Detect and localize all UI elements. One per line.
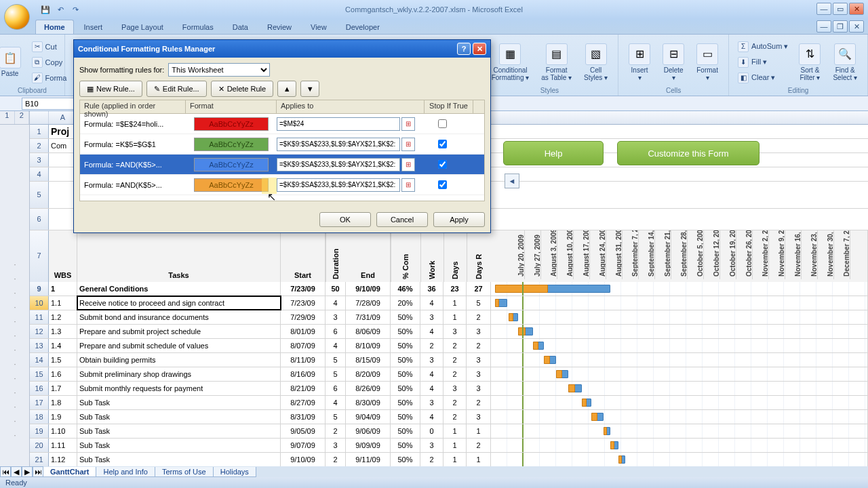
apply-button[interactable]: Apply [433, 212, 485, 227]
delete-icon: ⊟ [663, 43, 684, 65]
range-selector-button[interactable]: ⊞ [401, 178, 415, 192]
show-rules-select[interactable]: This Worksheet [168, 63, 270, 77]
dialog-close-button[interactable]: ✕ [473, 43, 486, 55]
ribbon-tab-data[interactable]: Data [224, 20, 257, 34]
find-select-button[interactable]: 🔍Find & Select ▾ [828, 41, 862, 83]
ribbon-tab-page-layout[interactable]: Page Layout [113, 20, 172, 34]
ribbon-tabs: HomeInsertPage LayoutFormulasDataReviewV… [0, 19, 868, 34]
ribbon-tab-review[interactable]: Review [258, 20, 300, 34]
ribbon-tab-insert[interactable]: Insert [75, 20, 112, 34]
table-row[interactable]: 91General Conditions7/23/09509/10/0946%3… [30, 282, 868, 296]
stop-if-true-checkbox[interactable] [438, 180, 447, 189]
insert-cells-button[interactable]: ⊞Insert ▾ [624, 41, 655, 83]
qat-save[interactable]: 💾 [39, 3, 52, 16]
stop-if-true-checkbox[interactable] [438, 119, 447, 128]
gantt-scroll-left[interactable]: ◄ [505, 174, 519, 188]
rule-row[interactable]: Formula: =K$5=$G$1AaBbCcYyZz⊞ [80, 134, 484, 155]
delete-rule-button[interactable]: ✕Delete Rule [211, 81, 273, 97]
format-cells-button[interactable]: ▭Format ▾ [692, 41, 723, 83]
format-icon: ▭ [696, 43, 718, 65]
ribbon-tab-view[interactable]: View [302, 20, 336, 34]
cf-icon: ▦ [499, 43, 521, 65]
dialog-help-button[interactable]: ? [457, 43, 471, 55]
cell-styles-button[interactable]: ▧Cell Styles ▾ [579, 41, 612, 83]
paste-button[interactable]: 📋Paste [0, 45, 26, 79]
cells-group-label: Cells [624, 87, 723, 94]
stop-if-true-checkbox[interactable] [438, 160, 447, 169]
tab-nav-first[interactable]: ⏮ [0, 466, 11, 477]
table-row[interactable]: 201.11Sub Task9/07/0939/09/0950%312 [30, 439, 868, 453]
delete-cells-button[interactable]: ⊟Delete ▾ [658, 41, 689, 83]
office-button[interactable] [4, 4, 30, 30]
rule-row[interactable]: Formula: =AND(K$5>...AaBbCcYyZz⊞ [80, 175, 484, 195]
table-row[interactable]: 141.5Obtain building permits8/11/0958/15… [30, 353, 868, 367]
copy-button[interactable]: ⧉Copy [28, 55, 71, 70]
outline-pane[interactable]: 12 ············· [0, 111, 30, 466]
sheet-tab-ganttchart[interactable]: GanttChart [43, 467, 96, 477]
range-selector-button[interactable]: ⊞ [401, 138, 415, 151]
sheet-tab-help-and-info[interactable]: Help and Info [96, 467, 155, 477]
tab-nav-prev[interactable]: ◀ [11, 466, 22, 477]
qat-undo[interactable]: ↶ [54, 3, 66, 16]
fill-icon: ⬇ [738, 57, 749, 68]
conditional-formatting-button[interactable]: ▦Conditional Formatting ▾ [487, 41, 534, 83]
customize-form-button[interactable]: Customize this Form [617, 141, 760, 165]
table-row[interactable]: 101.1Receive notice to proceed and sign … [30, 296, 868, 310]
eraser-icon: ◧ [738, 73, 749, 83]
ribbon-tab-formulas[interactable]: Formulas [174, 20, 222, 34]
minimize-button[interactable]: — [816, 3, 831, 15]
applies-to-input[interactable] [277, 178, 400, 192]
help-button[interactable]: Help [503, 141, 604, 165]
editing-group-label: Editing [734, 87, 862, 94]
cancel-button[interactable]: Cancel [376, 212, 428, 227]
format-painter-button[interactable]: 🖌Forma [28, 70, 71, 85]
table-row[interactable]: 131.4Prepare and submit schedule of valu… [30, 339, 868, 353]
table-row[interactable]: 191.10Sub Task9/05/0929/06/0950%011 [30, 424, 868, 439]
maximize-button[interactable]: ▭ [833, 3, 848, 15]
ribbon-tab-home[interactable]: Home [35, 20, 74, 34]
sort-filter-button[interactable]: ⇅Sort & Filter ▾ [794, 41, 825, 83]
table-row[interactable]: 181.9Sub Task8/31/0959/04/0950%423 [30, 410, 868, 424]
rule-row[interactable]: Formula: =$E$24=holi...AaBbCcYyZz⊞ [80, 114, 484, 134]
outline-level-2[interactable]: 2 [15, 111, 30, 124]
move-rule-up-button[interactable]: ▲ [277, 81, 296, 97]
table-row[interactable]: 211.12Sub Task9/10/0929/11/0950%211 [30, 453, 868, 466]
qat-redo[interactable]: ↷ [69, 3, 81, 16]
range-selector-button[interactable]: ⊞ [401, 117, 415, 131]
applies-to-input[interactable] [277, 138, 400, 151]
workbook-close[interactable]: ✕ [849, 20, 864, 33]
ok-button[interactable]: OK [319, 212, 371, 227]
applies-to-input[interactable] [277, 158, 400, 171]
table-row[interactable]: 161.7Submit monthly requests for payment… [30, 382, 868, 396]
autosum-button[interactable]: ΣAutoSum ▾ [734, 39, 791, 54]
rules-list[interactable]: Formula: =$E$24=holi...AaBbCcYyZz⊞Formul… [79, 113, 485, 201]
format-as-table-button[interactable]: ▤Format as Table ▾ [536, 41, 576, 83]
table-row[interactable]: 111.2Submit bond and insurance documents… [30, 310, 868, 325]
clear-button[interactable]: ◧Clear ▾ [734, 70, 791, 85]
table-row[interactable]: 121.3Prepare and submit project schedule… [30, 325, 868, 339]
range-selector-button[interactable]: ⊞ [401, 158, 415, 171]
tab-nav-next[interactable]: ▶ [22, 466, 33, 477]
close-button[interactable]: ✕ [849, 3, 864, 15]
move-rule-down-button[interactable]: ▼ [300, 81, 319, 97]
tab-nav-last[interactable]: ⏭ [33, 466, 43, 477]
table-row[interactable]: 171.8Sub Task8/27/0948/30/0950%322 [30, 396, 868, 410]
name-box[interactable]: B10 [22, 98, 76, 110]
new-rule-button[interactable]: ▦New Rule... [79, 81, 142, 97]
cut-button[interactable]: ✂Cut [28, 39, 71, 54]
rule-row[interactable]: Formula: =AND(K$5>...AaBbCcYyZz⊞ [80, 155, 484, 175]
fill-button[interactable]: ⬇Fill ▾ [734, 55, 791, 70]
table-row[interactable]: 151.6Submit preliminary shop drawings8/1… [30, 367, 868, 382]
workbook-minimize[interactable]: — [816, 20, 831, 33]
sheet-tab-holidays[interactable]: Holidays [213, 467, 256, 477]
edit-rule-button[interactable]: ✎Edit Rule... [146, 81, 207, 97]
applies-to-input[interactable] [277, 117, 400, 131]
stop-if-true-checkbox[interactable] [438, 140, 447, 148]
find-icon: 🔍 [834, 43, 856, 65]
edit-icon: ✎ [154, 85, 160, 94]
dialog-titlebar[interactable]: Conditional Formatting Rules Manager ? ✕ [74, 40, 490, 58]
ribbon-tab-developer[interactable]: Developer [337, 20, 389, 34]
outline-level-1[interactable]: 1 [0, 111, 15, 124]
workbook-restore[interactable]: ❐ [833, 20, 848, 33]
sheet-tab-terms-of-use[interactable]: Terms of Use [155, 467, 214, 477]
